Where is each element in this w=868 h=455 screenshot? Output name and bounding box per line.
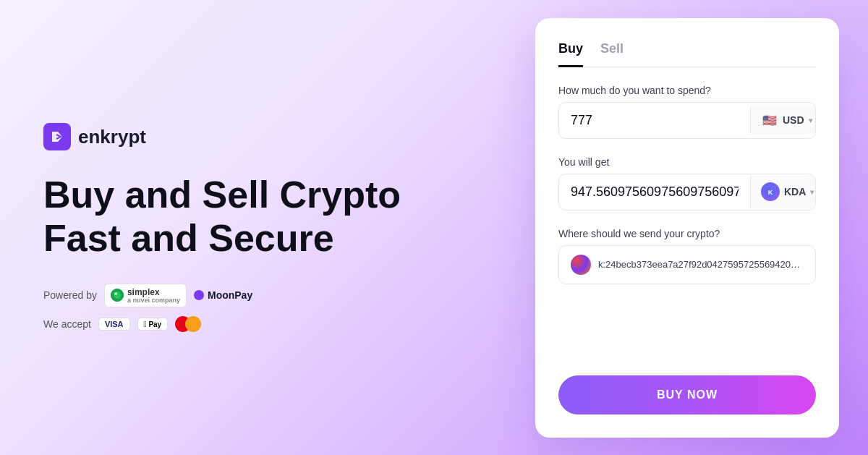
moonpay-dot — [194, 290, 204, 300]
spend-input-row: 🇺🇸 USD ▾ — [558, 102, 816, 139]
address-input-row[interactable]: k:24becb373eea7a27f92d042759572556942069… — [558, 245, 816, 284]
simplex-label: simplex a nuvei company — [127, 287, 180, 304]
powered-section: Powered by simplex a nuvei company — [43, 284, 492, 332]
hero-line1: Buy and Sell Crypto — [43, 174, 401, 216]
address-label: Where should we send your crypto? — [558, 228, 816, 239]
tabs: Buy Sell — [558, 41, 816, 67]
receive-section: You will get K KDA ▾ — [558, 156, 816, 211]
address-value: k:24becb373eea7a27f92d042759572556942069… — [598, 259, 804, 270]
mc-orange-circle — [185, 316, 201, 332]
buy-now-button[interactable]: BUY NOW — [558, 375, 816, 414]
usd-chevron: ▾ — [809, 116, 812, 124]
simplex-icon — [111, 289, 124, 302]
logo-text: enkrypt — [78, 126, 146, 148]
page-wrapper: enkrypt Buy and Sell Crypto Fast and Sec… — [0, 0, 868, 455]
mastercard-badge — [175, 316, 201, 332]
usd-label: USD — [783, 114, 804, 126]
moonpay-badge: MoonPay — [194, 289, 252, 301]
address-section: Where should we send your crypto? k:24be… — [558, 228, 816, 284]
hero-title: Buy and Sell Crypto Fast and Secure — [43, 174, 492, 260]
svg-point-1 — [114, 292, 121, 299]
kda-icon: K — [761, 182, 780, 201]
spend-section: How much do you want to spend? 🇺🇸 USD ▾ — [558, 85, 816, 139]
accept-label: We accept — [43, 318, 91, 330]
address-avatar — [571, 255, 591, 275]
hero-line2: Fast and Secure — [43, 217, 334, 259]
usd-flag: 🇺🇸 — [761, 114, 778, 127]
simplex-badge: simplex a nuvei company — [104, 284, 187, 307]
receive-input-row: K KDA ▾ — [558, 174, 816, 211]
currency-kda-selector[interactable]: K KDA ▾ — [750, 175, 816, 208]
accept-row: We accept VISA  Pay — [43, 316, 492, 332]
tab-sell[interactable]: Sell — [600, 41, 624, 67]
tab-buy[interactable]: Buy — [558, 41, 583, 67]
powered-label: Powered by — [43, 289, 97, 301]
svg-point-2 — [114, 292, 117, 295]
svg-text:K: K — [768, 189, 773, 196]
buy-sell-card: Buy Sell How much do you want to spend? … — [535, 18, 839, 438]
receive-amount-input[interactable] — [559, 174, 750, 210]
visa-badge: VISA — [98, 318, 130, 331]
left-panel: enkrypt Buy and Sell Crypto Fast and Sec… — [0, 80, 535, 375]
powered-row: Powered by simplex a nuvei company — [43, 284, 492, 307]
spend-label: How much do you want to spend? — [558, 85, 816, 96]
currency-usd-selector[interactable]: 🇺🇸 USD ▾ — [750, 106, 816, 134]
logo: enkrypt — [43, 123, 492, 150]
spend-amount-input[interactable] — [559, 103, 750, 138]
applepay-badge:  Pay — [137, 318, 169, 331]
kda-label: KDA — [784, 186, 806, 197]
moonpay-label: MoonPay — [208, 289, 252, 301]
receive-label: You will get — [558, 156, 816, 168]
kda-chevron: ▾ — [810, 188, 814, 196]
logo-icon — [43, 123, 71, 150]
